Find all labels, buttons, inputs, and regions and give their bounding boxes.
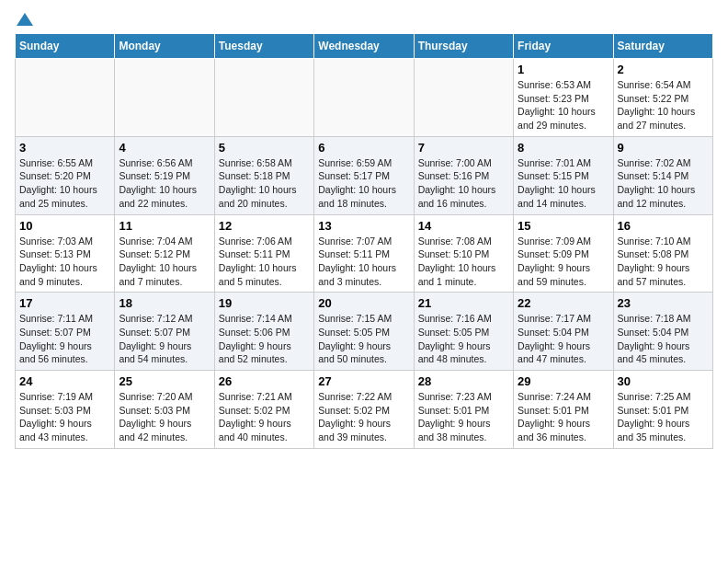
calendar-day: 28Sunrise: 7:23 AMSunset: 5:01 PMDayligh… (414, 371, 513, 449)
calendar-day: 24Sunrise: 7:19 AMSunset: 5:03 PMDayligh… (16, 371, 115, 449)
calendar-week-row: 3Sunrise: 6:55 AMSunset: 5:20 PMDaylight… (16, 136, 713, 214)
day-info: Sunrise: 7:02 AMSunset: 5:14 PMDaylight:… (618, 156, 709, 211)
calendar-day: 27Sunrise: 7:22 AMSunset: 5:02 PMDayligh… (314, 371, 414, 449)
calendar-day: 19Sunrise: 7:14 AMSunset: 5:06 PMDayligh… (214, 293, 313, 371)
calendar-day: 17Sunrise: 7:11 AMSunset: 5:07 PMDayligh… (16, 293, 115, 371)
day-info: Sunrise: 7:10 AMSunset: 5:08 PMDaylight:… (618, 235, 709, 289)
logo (15, 15, 33, 24)
day-info: Sunrise: 7:12 AMSunset: 5:07 PMDaylight:… (119, 312, 210, 366)
day-number: 10 (19, 219, 110, 233)
day-number: 22 (518, 296, 609, 310)
calendar-day (314, 59, 414, 137)
day-info: Sunrise: 7:20 AMSunset: 5:03 PMDaylight:… (119, 390, 210, 444)
day-info: Sunrise: 7:11 AMSunset: 5:07 PMDaylight:… (19, 312, 110, 366)
calendar-header-row: SundayMondayTuesdayWednesdayThursdayFrid… (16, 34, 713, 59)
day-number: 21 (418, 296, 509, 310)
day-info: Sunrise: 6:54 AMSunset: 5:22 PMDaylight:… (618, 78, 709, 132)
day-number: 11 (119, 219, 210, 233)
day-info: Sunrise: 7:09 AMSunset: 5:09 PMDaylight:… (518, 235, 609, 289)
day-number: 5 (219, 141, 310, 155)
day-number: 28 (418, 374, 509, 388)
calendar-day: 23Sunrise: 7:18 AMSunset: 5:04 PMDayligh… (613, 293, 712, 371)
day-info: Sunrise: 7:16 AMSunset: 5:05 PMDaylight:… (418, 312, 509, 366)
day-number: 16 (618, 219, 709, 233)
calendar-day: 9Sunrise: 7:02 AMSunset: 5:14 PMDaylight… (613, 136, 712, 214)
day-number: 14 (418, 219, 509, 233)
calendar-day (16, 59, 115, 137)
calendar-week-row: 10Sunrise: 7:03 AMSunset: 5:13 PMDayligh… (16, 214, 713, 293)
day-number: 8 (518, 141, 609, 155)
calendar-day: 6Sunrise: 6:59 AMSunset: 5:17 PMDaylight… (314, 136, 414, 214)
calendar-day: 14Sunrise: 7:08 AMSunset: 5:10 PMDayligh… (414, 214, 513, 293)
day-info: Sunrise: 7:04 AMSunset: 5:12 PMDaylight:… (119, 235, 210, 289)
calendar-day: 26Sunrise: 7:21 AMSunset: 5:02 PMDayligh… (214, 371, 313, 449)
day-number: 12 (219, 219, 310, 233)
day-info: Sunrise: 7:24 AMSunset: 5:01 PMDaylight:… (518, 390, 609, 444)
day-info: Sunrise: 7:22 AMSunset: 5:02 PMDaylight:… (318, 390, 409, 444)
day-info: Sunrise: 7:18 AMSunset: 5:04 PMDaylight:… (618, 312, 709, 366)
day-info: Sunrise: 6:59 AMSunset: 5:17 PMDaylight:… (318, 156, 409, 211)
day-number: 18 (119, 296, 210, 310)
day-number: 6 (318, 141, 409, 155)
day-info: Sunrise: 7:03 AMSunset: 5:13 PMDaylight:… (19, 235, 110, 289)
calendar-day: 7Sunrise: 7:00 AMSunset: 5:16 PMDaylight… (414, 136, 513, 214)
day-info: Sunrise: 6:58 AMSunset: 5:18 PMDaylight:… (219, 156, 310, 211)
day-number: 2 (618, 63, 709, 76)
calendar-day: 10Sunrise: 7:03 AMSunset: 5:13 PMDayligh… (16, 214, 115, 293)
calendar-day: 3Sunrise: 6:55 AMSunset: 5:20 PMDaylight… (16, 136, 115, 214)
calendar-day: 1Sunrise: 6:53 AMSunset: 5:23 PMDaylight… (514, 59, 613, 137)
logo-icon (17, 11, 33, 28)
calendar-day: 4Sunrise: 6:56 AMSunset: 5:19 PMDaylight… (115, 136, 214, 214)
day-number: 9 (618, 141, 709, 155)
calendar-day (414, 59, 513, 137)
day-info: Sunrise: 7:17 AMSunset: 5:04 PMDaylight:… (518, 312, 609, 366)
day-info: Sunrise: 7:00 AMSunset: 5:16 PMDaylight:… (418, 156, 509, 211)
day-number: 19 (219, 296, 310, 310)
svg-marker-0 (17, 13, 33, 26)
day-info: Sunrise: 7:21 AMSunset: 5:02 PMDaylight:… (219, 390, 310, 444)
day-number: 4 (119, 141, 210, 155)
calendar-day (115, 59, 214, 137)
calendar-day: 20Sunrise: 7:15 AMSunset: 5:05 PMDayligh… (314, 293, 414, 371)
day-number: 26 (219, 374, 310, 388)
day-info: Sunrise: 6:53 AMSunset: 5:23 PMDaylight:… (518, 78, 609, 132)
day-info: Sunrise: 6:56 AMSunset: 5:19 PMDaylight:… (119, 156, 210, 211)
calendar-day: 29Sunrise: 7:24 AMSunset: 5:01 PMDayligh… (514, 371, 613, 449)
day-number: 29 (518, 374, 609, 388)
day-header-sunday: Sunday (16, 34, 115, 59)
calendar-day: 18Sunrise: 7:12 AMSunset: 5:07 PMDayligh… (115, 293, 214, 371)
day-header-friday: Friday (514, 34, 613, 59)
day-number: 15 (518, 219, 609, 233)
day-number: 7 (418, 141, 509, 155)
day-number: 13 (318, 219, 409, 233)
day-header-thursday: Thursday (414, 34, 513, 59)
day-number: 3 (19, 141, 110, 155)
calendar-day: 8Sunrise: 7:01 AMSunset: 5:15 PMDaylight… (514, 136, 613, 214)
day-number: 23 (618, 296, 709, 310)
day-header-tuesday: Tuesday (214, 34, 313, 59)
day-header-saturday: Saturday (613, 34, 712, 59)
day-info: Sunrise: 7:07 AMSunset: 5:11 PMDaylight:… (318, 235, 409, 289)
day-info: Sunrise: 7:23 AMSunset: 5:01 PMDaylight:… (418, 390, 509, 444)
calendar-day: 2Sunrise: 6:54 AMSunset: 5:22 PMDaylight… (613, 59, 712, 137)
calendar-day (214, 59, 313, 137)
calendar-week-row: 24Sunrise: 7:19 AMSunset: 5:03 PMDayligh… (16, 371, 713, 449)
day-number: 25 (119, 374, 210, 388)
day-info: Sunrise: 6:55 AMSunset: 5:20 PMDaylight:… (19, 156, 110, 211)
calendar-day: 15Sunrise: 7:09 AMSunset: 5:09 PMDayligh… (514, 214, 613, 293)
day-info: Sunrise: 7:01 AMSunset: 5:15 PMDaylight:… (518, 156, 609, 211)
day-number: 27 (318, 374, 409, 388)
day-number: 17 (19, 296, 110, 310)
day-info: Sunrise: 7:08 AMSunset: 5:10 PMDaylight:… (418, 235, 509, 289)
day-number: 1 (518, 63, 609, 76)
calendar-week-row: 17Sunrise: 7:11 AMSunset: 5:07 PMDayligh… (16, 293, 713, 371)
calendar-day: 12Sunrise: 7:06 AMSunset: 5:11 PMDayligh… (214, 214, 313, 293)
day-number: 30 (618, 374, 709, 388)
day-info: Sunrise: 7:14 AMSunset: 5:06 PMDaylight:… (219, 312, 310, 366)
day-number: 20 (318, 296, 409, 310)
calendar-day: 25Sunrise: 7:20 AMSunset: 5:03 PMDayligh… (115, 371, 214, 449)
calendar-day: 16Sunrise: 7:10 AMSunset: 5:08 PMDayligh… (613, 214, 712, 293)
calendar-day: 21Sunrise: 7:16 AMSunset: 5:05 PMDayligh… (414, 293, 513, 371)
calendar-day: 11Sunrise: 7:04 AMSunset: 5:12 PMDayligh… (115, 214, 214, 293)
calendar-day: 30Sunrise: 7:25 AMSunset: 5:01 PMDayligh… (613, 371, 712, 449)
